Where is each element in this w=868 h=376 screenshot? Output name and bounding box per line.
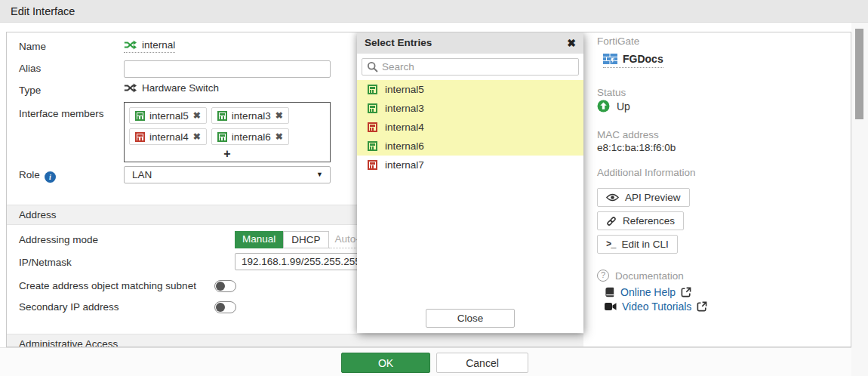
interface-members-label: Interface members <box>19 108 104 119</box>
api-preview-button[interactable]: API Preview <box>597 188 690 207</box>
remove-member-icon[interactable]: ✖ <box>193 131 201 142</box>
info-icon[interactable]: i <box>45 171 56 183</box>
name-label: Name <box>19 41 46 52</box>
member-tag-label: internal4 <box>149 131 189 143</box>
secondary-ip-toggle[interactable] <box>214 301 236 313</box>
question-icon: ? <box>597 270 609 282</box>
addressing-mode-label: Addressing mode <box>19 234 98 245</box>
info-side-panel: FortiGate FGDocs Status Up MAC address e… <box>583 32 851 347</box>
member-tag[interactable]: internal3 ✖ <box>211 107 289 124</box>
member-tag-label: internal3 <box>232 110 271 122</box>
page-title: Edit Interface <box>11 5 75 17</box>
external-link-icon <box>697 301 707 312</box>
entry-label: internal7 <box>385 159 424 171</box>
edit-in-cli-button[interactable]: >_ Edit in CLI <box>597 235 678 254</box>
terminal-icon: >_ <box>606 239 615 250</box>
window-titlebar: Edit Interface <box>0 0 868 23</box>
device-link[interactable]: FGDocs <box>603 53 663 68</box>
remove-member-icon[interactable]: ✖ <box>275 131 283 142</box>
mac-address-value: e8:1c:ba:18:f6:0b <box>597 142 851 153</box>
list-item[interactable]: internal5 <box>357 80 583 99</box>
edit-interface-dialog: Name internal Alias Type Hardware Switch… <box>6 32 851 347</box>
create-address-object-toggle[interactable] <box>214 280 236 292</box>
mac-address-label: MAC address <box>597 129 851 140</box>
documentation-label: Documentation <box>615 270 684 282</box>
list-item[interactable]: internal3 <box>357 99 583 118</box>
role-dropdown[interactable]: LAN ▼ <box>124 166 331 183</box>
video-camera-icon <box>605 302 617 311</box>
type-value: Hardware Switch <box>124 82 219 94</box>
search-input[interactable] <box>362 58 579 76</box>
alias-input[interactable] <box>124 60 331 78</box>
cancel-button[interactable]: Cancel <box>436 353 528 373</box>
interface-name-text: internal <box>142 39 175 51</box>
close-button[interactable]: Close <box>426 309 515 328</box>
member-tag-label: internal6 <box>232 131 271 143</box>
entry-label: internal5 <box>385 84 424 95</box>
external-link-icon <box>681 287 691 297</box>
edit-in-cli-label: Edit in CLI <box>621 239 668 250</box>
hardware-switch-icon <box>124 40 137 50</box>
select-entries-popup: Select Entries ✖ internal5 internal3 int… <box>357 32 583 333</box>
interface-members-box[interactable]: internal5 ✖ internal3 ✖ internal4 ✖ inte… <box>124 102 331 162</box>
video-tutorials-link[interactable]: Video Tutorials <box>622 300 691 313</box>
role-label-text: Role <box>19 169 40 180</box>
select-entries-title: Select Entries <box>365 32 432 54</box>
search-icon <box>367 61 378 72</box>
create-address-object-label: Create address object matching subnet <box>19 280 196 291</box>
port-icon <box>217 132 227 142</box>
admin-access-section-title: Administrative Access <box>19 338 118 347</box>
port-icon <box>368 122 377 132</box>
eye-icon <box>606 193 619 202</box>
remove-member-icon[interactable]: ✖ <box>275 110 283 121</box>
member-tag[interactable]: internal5 ✖ <box>129 107 207 124</box>
member-tag[interactable]: internal4 ✖ <box>129 128 207 145</box>
ip-netmask-label: IP/Netmask <box>19 257 72 268</box>
port-icon <box>135 111 145 121</box>
entry-label: internal4 <box>385 122 424 133</box>
secondary-ip-label: Secondary IP address <box>19 301 119 313</box>
role-selected-value: LAN <box>132 169 152 180</box>
type-label: Type <box>19 85 41 96</box>
hardware-switch-icon <box>124 83 137 93</box>
popup-footer: Close <box>357 303 583 333</box>
port-icon <box>135 132 145 142</box>
device-name: FGDocs <box>623 53 663 65</box>
additional-info-label: Additional Information <box>597 167 851 178</box>
port-icon <box>368 103 377 113</box>
close-icon[interactable]: ✖ <box>567 32 576 54</box>
entry-label: internal6 <box>385 140 424 152</box>
chevron-down-icon: ▼ <box>316 167 323 183</box>
status-value: Up <box>617 100 630 112</box>
api-preview-label: API Preview <box>625 192 681 203</box>
list-item[interactable]: internal7 <box>357 156 583 174</box>
online-help-row: Online Help <box>605 286 851 298</box>
remove-member-icon[interactable]: ✖ <box>193 110 201 121</box>
fortigate-device-icon <box>603 54 617 65</box>
list-item[interactable]: internal4 <box>357 118 583 137</box>
role-label: Rolei <box>19 169 56 183</box>
entry-list: internal5 internal3 internal4 internal6 … <box>357 80 583 174</box>
member-tag[interactable]: internal6 ✖ <box>211 128 289 145</box>
ok-button[interactable]: OK <box>341 353 430 373</box>
add-member-button[interactable]: + <box>129 147 325 161</box>
online-help-link[interactable]: Online Help <box>620 286 676 298</box>
member-tag-label: internal5 <box>149 110 189 122</box>
addressing-mode-manual[interactable]: Manual <box>235 231 283 248</box>
type-text: Hardware Switch <box>142 82 219 94</box>
name-value: internal <box>124 39 175 53</box>
scrollbar-track[interactable] <box>851 23 868 376</box>
link-icon <box>606 216 617 227</box>
port-icon <box>368 141 377 151</box>
port-icon <box>368 85 377 94</box>
admin-access-section-header: Administrative Access <box>7 334 583 347</box>
list-item[interactable]: internal6 <box>357 137 583 156</box>
select-entries-header: Select Entries ✖ <box>357 32 583 54</box>
port-icon <box>217 111 227 121</box>
port-icon <box>368 160 377 170</box>
address-section-title: Address <box>19 209 57 220</box>
references-button[interactable]: References <box>597 211 684 230</box>
addressing-mode-dhcp[interactable]: DHCP <box>283 231 328 248</box>
status-value-row: Up <box>597 100 851 112</box>
scrollbar-thumb[interactable] <box>855 29 863 119</box>
